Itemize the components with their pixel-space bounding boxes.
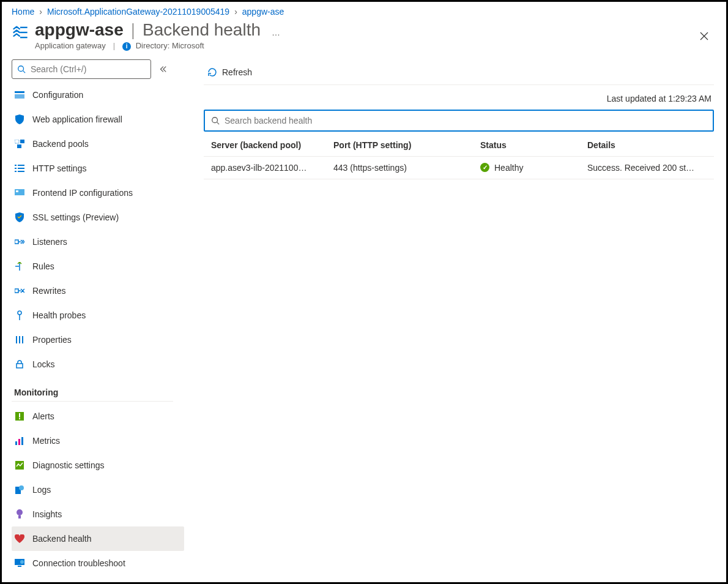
sidebar-item-label: Frontend IP configurations	[32, 188, 133, 198]
sidebar-item-label: Properties	[32, 335, 72, 345]
svg-rect-8	[20, 140, 24, 143]
directory-label: i Directory: Microsoft	[122, 41, 204, 51]
sidebar-item-listeners[interactable]: Listeners	[12, 230, 184, 254]
configuration-icon	[14, 89, 25, 100]
diagnostic-icon	[14, 460, 25, 471]
lock-icon	[14, 359, 25, 370]
sidebar-item-waf[interactable]: Web application firewall	[12, 107, 184, 132]
sidebar-item-label: Locks	[32, 359, 55, 369]
backend-health-search[interactable]	[204, 110, 714, 132]
sidebar-item-locks[interactable]: Locks	[12, 352, 184, 376]
col-server[interactable]: Server (backend pool)	[211, 140, 333, 150]
sidebar-item-properties[interactable]: Properties	[12, 328, 184, 352]
sidebar-item-label: Insights	[32, 509, 62, 519]
sidebar-search[interactable]	[12, 59, 151, 79]
sidebar-item-label: Health probes	[32, 310, 86, 320]
sidebar-item-label: Rewrites	[32, 286, 65, 296]
sidebar-item-health-probes[interactable]: Health probes	[12, 303, 184, 328]
sidebar-item-logs[interactable]: Logs	[12, 477, 184, 502]
sidebar-item-rules[interactable]: Rules	[12, 254, 184, 279]
svg-rect-7	[15, 140, 19, 143]
sidebar-item-label: Listeners	[32, 237, 67, 247]
sidebar-item-insights[interactable]: Insights	[12, 502, 184, 526]
rules-icon	[14, 261, 25, 272]
svg-rect-29	[18, 515, 21, 518]
svg-point-32	[20, 560, 24, 564]
sidebar-item-label: Backend pools	[32, 139, 89, 149]
sidebar-item-label: Diagnostic settings	[32, 460, 105, 470]
resource-type: Application gateway	[35, 41, 106, 50]
svg-line-34	[217, 122, 220, 124]
logs-icon	[14, 484, 25, 495]
last-updated: Last updated at 1:29:23 AM	[204, 85, 714, 110]
sidebar-item-label: Alerts	[32, 411, 54, 421]
sidebar-item-metrics[interactable]: Metrics	[12, 429, 184, 453]
sidebar-item-label: Configuration	[32, 90, 83, 100]
sidebar-item-label: Connection troubleshoot	[32, 558, 125, 568]
sidebar-item-label: Rules	[32, 261, 54, 271]
sidebar-item-alerts[interactable]: Alerts	[12, 404, 184, 429]
sidebar-item-backend-health[interactable]: Backend health	[12, 526, 184, 551]
sidebar-item-frontend-ip[interactable]: Frontend IP configurations	[12, 181, 184, 205]
svg-rect-24	[21, 437, 23, 445]
svg-line-4	[23, 70, 26, 73]
page-title: Backend health	[143, 20, 261, 40]
col-details[interactable]: Details	[587, 140, 707, 150]
col-port[interactable]: Port (HTTP setting)	[333, 140, 480, 150]
svg-point-27	[19, 485, 24, 490]
sidebar-item-label: Logs	[32, 485, 51, 495]
close-button[interactable]	[694, 26, 714, 46]
chevron-right-icon: ›	[234, 7, 237, 17]
sidebar-item-rewrites[interactable]: Rewrites	[12, 279, 184, 303]
svg-rect-5	[15, 91, 24, 93]
svg-rect-13	[15, 289, 18, 293]
sidebar-item-connection-troubleshoot[interactable]: Connection troubleshoot	[12, 551, 184, 575]
sidebar-scroll[interactable]: Configuration Web application firewall B…	[12, 83, 185, 583]
metrics-icon	[14, 435, 25, 446]
svg-point-3	[18, 66, 24, 71]
refresh-button[interactable]: Refresh	[204, 65, 256, 80]
cell-details: Success. Received 200 st…	[587, 163, 707, 173]
frontend-ip-icon	[14, 187, 25, 198]
toolbar: Refresh	[204, 61, 714, 85]
svg-point-28	[17, 509, 23, 515]
backend-pools-icon	[14, 138, 25, 149]
breadcrumb-resource[interactable]: appgw-ase	[242, 7, 284, 17]
svg-rect-18	[17, 364, 23, 368]
sidebar-item-label: Backend health	[32, 534, 92, 544]
settings-list-icon	[14, 163, 25, 174]
heart-icon	[14, 533, 25, 544]
breadcrumb-group[interactable]: Microsoft.ApplicationGateway-20211019005…	[47, 7, 229, 17]
shield-check-icon	[14, 212, 25, 223]
breadcrumb: Home › Microsoft.ApplicationGateway-2021…	[2, 2, 726, 20]
sidebar-item-ssl[interactable]: SSL settings (Preview)	[12, 205, 184, 230]
refresh-icon	[207, 67, 217, 77]
table-row[interactable]: app.asev3-ilb-2021100… 443 (https-settin…	[204, 157, 714, 179]
info-icon: i	[122, 42, 131, 51]
sidebar-item-diagnostic[interactable]: Diagnostic settings	[12, 453, 184, 477]
svg-rect-9	[17, 144, 21, 148]
title-divider: |	[131, 20, 135, 40]
probe-icon	[14, 310, 25, 321]
sidebar-item-label: SSL settings (Preview)	[32, 212, 119, 222]
col-status[interactable]: Status	[480, 140, 587, 150]
shield-icon	[14, 114, 25, 125]
breadcrumb-home[interactable]: Home	[12, 7, 34, 17]
sidebar-search-input[interactable]	[31, 64, 146, 74]
cell-status: ✓ Healthy	[480, 163, 587, 173]
search-icon	[17, 65, 26, 73]
cell-server: app.asev3-ilb-2021100…	[211, 163, 333, 173]
listeners-icon	[14, 236, 25, 247]
collapse-sidebar-button[interactable]	[156, 62, 169, 76]
cell-port: 443 (https-settings)	[333, 163, 480, 173]
backend-health-search-input[interactable]	[225, 116, 707, 125]
sidebar-section-monitoring: Monitoring	[12, 376, 173, 402]
refresh-label: Refresh	[222, 67, 252, 77]
sidebar-item-configuration[interactable]: Configuration	[12, 83, 184, 107]
sidebar-item-http-settings[interactable]: HTTP settings	[12, 156, 184, 181]
svg-rect-20	[19, 413, 20, 417]
svg-rect-21	[19, 418, 20, 419]
chevron-right-icon: ›	[39, 7, 42, 17]
sidebar-item-backend-pools[interactable]: Backend pools	[12, 132, 184, 156]
more-actions-button[interactable]: …	[268, 25, 284, 40]
